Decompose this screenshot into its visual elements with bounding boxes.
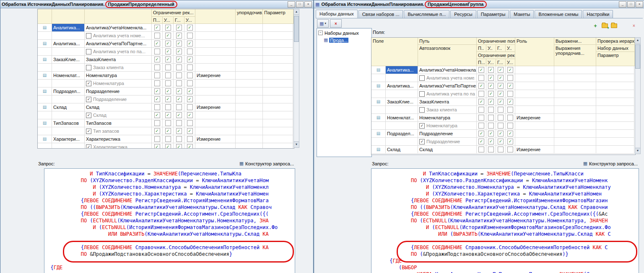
restriction-checkbox[interactable]: [176, 80, 182, 86]
header-parameter-col[interactable]: Параметр: [263, 9, 293, 24]
auto-title-checkbox[interactable]: [86, 65, 91, 70]
field-name-cell[interactable]: [52, 95, 85, 103]
tab-6[interactable]: Макеты: [510, 10, 534, 18]
field-name-cell[interactable]: [52, 80, 85, 88]
header-u1[interactable]: У...: [163, 17, 174, 24]
path-cell[interactable]: Аналитика учета номе...: [85, 32, 152, 40]
add-folder-button[interactable]: +: [601, 22, 608, 29]
field-name-cell[interactable]: [52, 127, 85, 135]
restriction-checkbox[interactable]: ✓: [154, 128, 160, 134]
header-attr-restriction[interactable]: Ограничение рек...: [477, 52, 515, 59]
field-name-cell[interactable]: [386, 106, 418, 114]
path-cell[interactable]: Склад: [418, 146, 477, 154]
tab-7[interactable]: Вложенные схемы: [535, 10, 582, 18]
header-g[interactable]: Г...: [174, 17, 184, 24]
restriction-checkbox[interactable]: [176, 104, 182, 110]
restriction-checkbox[interactable]: ✓: [165, 25, 171, 31]
restriction-checkbox[interactable]: ✓: [187, 41, 193, 46]
field-title-row[interactable]: ✓Подразделение✓✓✓✓: [38, 95, 294, 103]
field-row[interactable]: ▤Аналитика...АналитикаУчетаНоменкла...✓✓…: [371, 66, 635, 74]
restriction-checkbox[interactable]: [478, 115, 484, 121]
field-name-cell[interactable]: Аналитика...: [52, 24, 85, 32]
field-row[interactable]: ▤Аналитика...АналитикаУчетаПоПартне...✓✓…: [38, 40, 294, 48]
header-attr-restriction[interactable]: Ограничение рек...: [152, 9, 195, 17]
path-cell[interactable]: Подразделение: [418, 130, 477, 138]
restriction-checkbox[interactable]: [498, 107, 504, 113]
minimize-button[interactable]: _: [288, 1, 295, 8]
restriction-checkbox[interactable]: [154, 136, 160, 142]
auto-title-checkbox[interactable]: ✓: [86, 81, 91, 86]
auto-title-checkbox[interactable]: ✓: [86, 113, 91, 118]
field-title-row[interactable]: ✓Номенклатура: [371, 122, 635, 130]
minimize-button[interactable]: _: [619, 1, 626, 8]
field-row[interactable]: ▤Аналитика...АналитикаУчетаПоПартне...✓✓…: [371, 82, 635, 90]
field-name-cell[interactable]: Подраздел...: [386, 130, 418, 138]
field-row[interactable]: ▤СкладСкладИзмерение: [38, 103, 294, 111]
delete-dataset-button[interactable]: ×: [330, 19, 342, 28]
field-name-cell[interactable]: ТипЗапасов: [52, 119, 85, 127]
header-hierarchy-col[interactable]: Проверка иерархии:: [596, 38, 635, 45]
auto-title-checkbox[interactable]: ✓: [86, 97, 91, 102]
right-query-editor[interactable]: И ТипКлассификации = ЗНАЧЕНИЕ(Перечислен…: [371, 168, 639, 273]
scroll-up-icon[interactable]: ▲: [635, 38, 640, 44]
field-title-row[interactable]: ✓Склад✓✓✓✓: [38, 111, 294, 119]
field-title-row[interactable]: Аналитика учета по па...✓✓: [371, 90, 635, 98]
field-name-cell[interactable]: Аналитика...: [386, 82, 418, 90]
delete-field-button[interactable]: ×: [630, 22, 638, 29]
path-cell[interactable]: ✓Подразделение: [418, 138, 477, 146]
auto-title-checkbox[interactable]: [86, 49, 91, 54]
restriction-checkbox[interactable]: ✓: [165, 88, 171, 94]
scroll-down-icon[interactable]: ▼: [294, 142, 299, 147]
header-g-small[interactable]: Г..: [496, 45, 506, 52]
path-cell[interactable]: ✓Характеристика: [85, 143, 152, 149]
header-ordering-col[interactable]: упорядочив...: [236, 9, 263, 24]
restriction-checkbox[interactable]: ✓: [498, 99, 504, 105]
collapse-icon[interactable]: −: [318, 31, 323, 35]
restriction-checkbox[interactable]: ✓: [154, 57, 160, 62]
restriction-checkbox[interactable]: ✓: [488, 139, 494, 144]
restriction-checkbox[interactable]: ✓: [187, 96, 193, 102]
path-cell[interactable]: АналитикаУчетаНоменкла...: [85, 24, 152, 32]
tree-root-datasets[interactable]: − Наборы данных: [318, 29, 371, 36]
restriction-checkbox[interactable]: ✓: [176, 41, 182, 46]
restriction-checkbox[interactable]: [187, 49, 193, 54]
field-title-row[interactable]: Аналитика учета номе...✓✓: [38, 32, 294, 40]
restriction-checkbox[interactable]: [507, 75, 513, 81]
add-field-button[interactable]: +: [592, 22, 599, 29]
auto-title-checkbox[interactable]: [419, 75, 425, 81]
group-fields-button[interactable]: [610, 22, 618, 29]
restriction-checkbox[interactable]: ✓: [165, 96, 171, 102]
restriction-checkbox[interactable]: ✓: [165, 128, 171, 134]
restriction-checkbox[interactable]: ✓: [176, 88, 182, 94]
restriction-checkbox[interactable]: [187, 64, 193, 70]
field-row[interactable]: ▤ЗаказКлие...ЗаказКлиента✓✓✓✓: [371, 98, 635, 106]
tab-1[interactable]: Наборы данных: [316, 10, 358, 18]
auto-title-checkbox[interactable]: ✓: [419, 139, 425, 144]
restriction-checkbox[interactable]: ✓: [176, 33, 182, 39]
field-row[interactable]: ▤Характери...ХарактеристикаИзмерение: [38, 135, 294, 143]
restriction-checkbox[interactable]: [165, 136, 171, 142]
field-name-cell[interactable]: [386, 122, 418, 130]
restriction-checkbox[interactable]: [478, 75, 484, 81]
header-p-small[interactable]: П..: [477, 45, 486, 52]
field-title-row[interactable]: Аналитика учета номе...✓✓: [371, 74, 635, 82]
restriction-checkbox[interactable]: [154, 120, 160, 126]
path-cell[interactable]: Аналитика учета по па...: [418, 90, 477, 98]
close-button[interactable]: ×: [304, 1, 312, 8]
restriction-checkbox[interactable]: [507, 107, 513, 113]
field-name-cell[interactable]: Номенклат...: [386, 114, 418, 122]
scroll-thumb[interactable]: [294, 16, 299, 42]
field-row[interactable]: ▤Подраздел...Подразделение✓✓✓✓: [38, 88, 294, 95]
path-cell[interactable]: ЗаказКлиента: [418, 98, 477, 106]
header-u1[interactable]: У...: [486, 59, 496, 66]
restriction-checkbox[interactable]: [154, 104, 160, 110]
field-title-row[interactable]: ✓Характеристика✓✓✓✓: [38, 143, 294, 149]
header-parameter-col[interactable]: Параметр: [596, 52, 635, 66]
restriction-checkbox[interactable]: ✓: [165, 49, 171, 54]
field-name-cell[interactable]: [52, 64, 85, 72]
restriction-checkbox[interactable]: [498, 115, 504, 121]
restriction-checkbox[interactable]: [478, 147, 484, 152]
restriction-checkbox[interactable]: ✓: [478, 67, 484, 73]
restriction-checkbox[interactable]: ✓: [498, 83, 504, 89]
header-p[interactable]: П...: [152, 17, 163, 24]
